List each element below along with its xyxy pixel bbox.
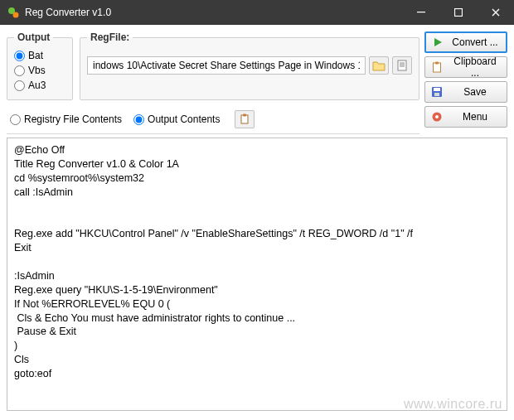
- convert-button[interactable]: Convert ...: [424, 31, 507, 53]
- output-group: Output Bat Vbs Au3: [7, 31, 73, 100]
- svg-rect-14: [434, 93, 439, 96]
- svg-rect-3: [454, 9, 462, 17]
- svg-rect-4: [398, 60, 406, 70]
- view-tabs: Registry File Contents Output Contents: [7, 104, 419, 134]
- save-button[interactable]: Save: [424, 81, 507, 103]
- output-option-bat[interactable]: Bat: [14, 48, 65, 63]
- output-option-au3[interactable]: Au3: [14, 78, 65, 93]
- radio-output-view[interactable]: [133, 114, 144, 125]
- maximize-button[interactable]: [439, 0, 477, 25]
- titlebar: Reg Converter v1.0: [0, 0, 514, 25]
- close-button[interactable]: [477, 0, 514, 25]
- copy-button[interactable]: [235, 110, 255, 128]
- svg-point-16: [435, 115, 439, 118]
- tab-output-contents[interactable]: Output Contents: [133, 113, 220, 125]
- regfile-legend: RegFile:: [87, 31, 133, 43]
- gear-icon: [430, 110, 444, 123]
- regfile-path-input[interactable]: [87, 56, 366, 75]
- svg-rect-11: [435, 62, 439, 65]
- minimize-button[interactable]: [402, 0, 439, 25]
- svg-rect-9: [243, 114, 246, 117]
- regfile-group: RegFile:: [80, 31, 419, 100]
- radio-au3[interactable]: [14, 80, 25, 91]
- edit-button[interactable]: [392, 56, 412, 75]
- svg-rect-10: [434, 63, 441, 72]
- code-output[interactable]: @Echo Off Title Reg Converter v1.0 & Col…: [7, 138, 507, 411]
- radio-bat[interactable]: [14, 51, 25, 61]
- clipboard-button[interactable]: Clipboard ...: [424, 56, 507, 78]
- action-buttons: Convert ... Clipboard ... Save Menu: [424, 31, 507, 134]
- output-option-vbs[interactable]: Vbs: [14, 63, 65, 78]
- menu-button[interactable]: Menu: [424, 106, 507, 128]
- play-icon: [431, 36, 444, 49]
- svg-rect-13: [434, 88, 440, 91]
- radio-vbs[interactable]: [14, 65, 25, 76]
- window-title: Reg Converter v1.0: [25, 7, 402, 18]
- save-icon: [430, 85, 444, 99]
- app-icon: [7, 6, 20, 19]
- clipboard-icon: [430, 60, 444, 74]
- output-legend: Output: [14, 31, 53, 43]
- svg-point-1: [13, 12, 19, 18]
- svg-rect-2: [417, 12, 425, 12]
- browse-button[interactable]: [369, 56, 389, 75]
- tab-registry-contents[interactable]: Registry File Contents: [10, 113, 122, 125]
- top-panel: Output Bat Vbs Au3 RegFile: Regi: [0, 25, 514, 138]
- radio-registry-view[interactable]: [10, 114, 21, 125]
